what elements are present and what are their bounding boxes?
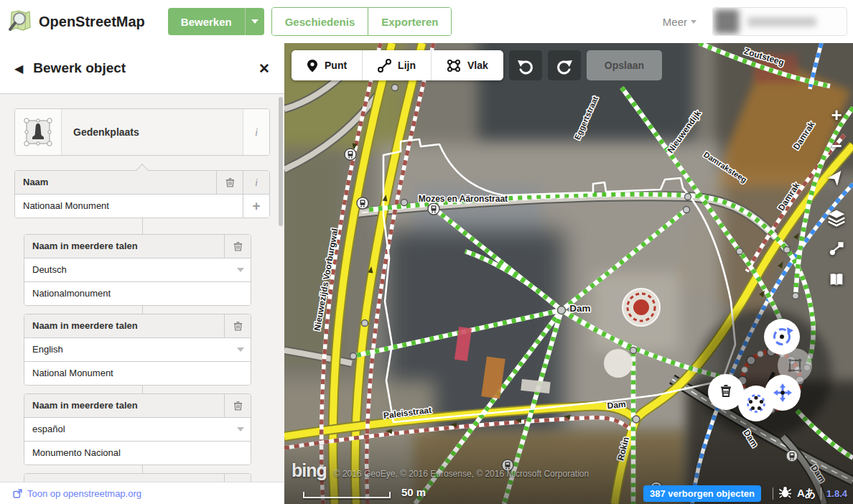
delete-field-button[interactable]: [216, 171, 243, 194]
divider: [773, 487, 773, 500]
scale-bar: [303, 492, 391, 498]
locate-arrow-icon: [828, 168, 845, 185]
brand-name: OpenStreetMap: [39, 14, 145, 30]
line-label: Lijn: [398, 60, 416, 71]
map-edit-toolbar: Punt Lijn: [292, 50, 662, 80]
osm-logo-icon: [7, 9, 33, 34]
avatar: [714, 9, 739, 34]
locale-button[interactable]: Aあ: [797, 487, 816, 500]
background-settings-button[interactable]: [825, 206, 848, 229]
more-menu[interactable]: Meer: [663, 16, 696, 28]
map-data-button[interactable]: [825, 237, 848, 260]
field-label: Naam: [15, 171, 216, 194]
trash-icon: [233, 320, 243, 332]
save-button-disabled[interactable]: Opslaan: [587, 50, 662, 80]
geolocate-button[interactable]: [825, 165, 848, 188]
map-footer: 387 verborgen objecten Aあ 1.8.4: [643, 482, 853, 504]
preset-card[interactable]: Gedenkplaats i: [14, 108, 270, 156]
area-label: Vlak: [467, 60, 488, 71]
export-button[interactable]: Exporteren: [368, 8, 451, 35]
copyright-text: © 2016 GeoEye, © 2016 Eurosense, © 2016 …: [334, 469, 589, 479]
language-select[interactable]: Deutsch: [24, 258, 230, 281]
hidden-objects-badge[interactable]: 387 verborgen objecten: [643, 485, 761, 502]
street-label: Damrak: [791, 119, 817, 151]
street-label: Nieuwendijk: [666, 108, 704, 155]
report-bug-button[interactable]: [778, 486, 792, 501]
back-icon[interactable]: ◀: [14, 62, 23, 75]
help-book-icon: [828, 271, 845, 288]
sidebar-footer: Toon op openstreetmap.org: [0, 482, 284, 504]
chevron-down-icon[interactable]: [230, 258, 251, 281]
card-connector: [142, 465, 143, 473]
translation-input[interactable]: National Monument: [24, 362, 251, 385]
map-vector-overlay: Mozes en AäronstraatDamPaleisstraatDamRo…: [284, 43, 853, 504]
preset-info-button[interactable]: i: [243, 109, 269, 155]
street-label: Dam: [569, 303, 590, 314]
osm-brand[interactable]: OpenStreetMap: [0, 9, 155, 34]
language-select[interactable]: English: [24, 338, 230, 361]
layers-icon: [827, 208, 846, 227]
zoom-out-button[interactable]: −: [825, 134, 848, 157]
chevron-down-icon: [691, 20, 696, 24]
language-select[interactable]: español: [24, 418, 230, 441]
map-canvas[interactable]: Mozes en AäronstraatDamPaleisstraatDamRo…: [284, 43, 853, 504]
delete-translation-button[interactable]: [224, 394, 251, 417]
translation-input[interactable]: Monumento Nacional: [24, 442, 251, 465]
plus-icon: +: [831, 106, 842, 124]
scale-indicator: 50 m: [303, 486, 426, 498]
undo-icon: [516, 56, 535, 75]
user-menu[interactable]: [712, 7, 847, 36]
close-icon[interactable]: ✕: [258, 60, 270, 77]
version-label: 1.8.4: [826, 488, 847, 499]
name-input[interactable]: Nationaal Monument: [15, 195, 243, 218]
history-button[interactable]: Geschiedenis: [272, 8, 368, 35]
map-attribution: bing © 2016 GeoEye, © 2016 Eurosense, © …: [292, 460, 589, 481]
field-info-button[interactable]: i: [243, 171, 269, 194]
edit-button-group: Bewerken: [168, 8, 264, 35]
delete-button[interactable]: [708, 374, 744, 410]
more-label: Meer: [663, 16, 687, 28]
sidebar-header: ◀ Bewerk object ✕: [0, 43, 284, 94]
view-on-osm-link[interactable]: Toon op openstreetmap.org: [13, 488, 141, 499]
history-export-group: Geschiedenis Exporteren: [271, 7, 452, 36]
multilang-card: Naam in meerdere talen English National …: [24, 314, 251, 386]
card-connector: [142, 218, 143, 234]
monument-icon: [22, 116, 55, 149]
draw-area-button[interactable]: Vlak: [432, 50, 503, 80]
chevron-down-icon[interactable]: [230, 418, 251, 441]
edit-button[interactable]: Bewerken: [168, 8, 245, 35]
draw-point-button[interactable]: Punt: [292, 50, 363, 80]
multilang-label: Naam in meerdere talen: [24, 235, 224, 258]
page-title: Bewerk object: [33, 60, 258, 76]
multilang-label: Naam in meerdere talen: [24, 314, 224, 337]
chevron-down-icon[interactable]: [230, 338, 251, 361]
username-blurred: [747, 17, 816, 27]
multilang-label: Naam in meerdere talen: [24, 394, 224, 417]
sidebar-scrollbar-thumb[interactable]: [279, 97, 283, 226]
point-icon: [307, 59, 318, 73]
zoom-in-button[interactable]: +: [825, 103, 848, 126]
draw-line-button[interactable]: Lijn: [363, 50, 432, 80]
view-on-osm-label: Toon op openstreetmap.org: [27, 488, 141, 499]
multilang-card: Naam in meerdere talen español Monumento…: [24, 393, 251, 465]
save-label: Opslaan: [605, 60, 644, 71]
top-navbar: OpenStreetMap Bewerken Geschiedenis Expo…: [0, 0, 853, 43]
delete-translation-button[interactable]: [224, 235, 251, 258]
delete-translation-button[interactable]: [224, 314, 251, 337]
help-button[interactable]: [825, 268, 848, 291]
translation-input[interactable]: Nationalmonument: [24, 282, 251, 305]
divider: [821, 487, 821, 500]
scale-label: 50 m: [401, 486, 426, 498]
card-connector: [142, 386, 143, 393]
street-label: Eggertstraat: [573, 95, 600, 141]
line-icon: [378, 59, 391, 73]
undo-button[interactable]: [509, 50, 542, 80]
trash-icon: [233, 241, 243, 252]
street-label: Mozes en Aäronstraat: [419, 194, 508, 204]
preset-name: Gedenkplaats: [62, 109, 243, 155]
redo-button[interactable]: [548, 50, 581, 80]
radial-edit-menu: [696, 309, 832, 438]
bing-logo: bing: [292, 460, 327, 481]
add-translation-button[interactable]: +: [243, 195, 269, 218]
edit-dropdown-button[interactable]: [245, 8, 264, 35]
